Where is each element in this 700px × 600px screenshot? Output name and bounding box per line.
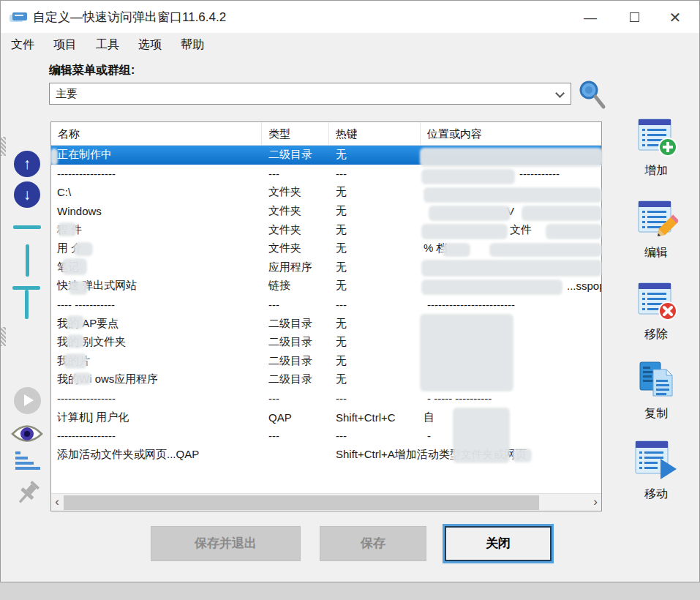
- search-icon[interactable]: [577, 79, 606, 110]
- cell-hotkey: 无: [329, 317, 421, 331]
- cell-name: C:\: [51, 186, 262, 198]
- cell-name: 我的 AP要点: [51, 317, 262, 331]
- cell-type: 文件夹: [262, 241, 329, 255]
- chevron-down-icon: [555, 89, 565, 98]
- column-header-hotkey[interactable]: 热键: [329, 122, 421, 145]
- cell-hotkey: ---: [329, 168, 421, 180]
- table-row[interactable]: 我的Wi ows应用程序二级目录无: [51, 370, 601, 389]
- menu-options[interactable]: 选项: [138, 37, 162, 53]
- cell-name: 计算机] 用户化: [51, 410, 262, 424]
- table-row[interactable]: 笔记应用程序无: [51, 258, 601, 277]
- copy-button[interactable]: 复制: [620, 361, 693, 421]
- minimize-button[interactable]: —: [573, 7, 607, 29]
- save-button[interactable]: 保存: [320, 526, 426, 561]
- move-down-button[interactable]: ↓: [14, 181, 40, 208]
- remove-button-label: 移除: [620, 327, 693, 342]
- edit-button-label: 编辑: [620, 245, 693, 260]
- cell-content: - ----- ----------: [421, 392, 601, 405]
- cell-type: 文件夹: [262, 185, 329, 199]
- scrollbar-thumb[interactable]: [64, 495, 539, 510]
- cell-hotkey: ---: [329, 430, 421, 442]
- move-icon: [633, 440, 680, 482]
- maximize-button[interactable]: [617, 7, 651, 29]
- cell-type: ---: [262, 392, 329, 405]
- table-row[interactable]: C:\文件夹无: [51, 183, 601, 202]
- cell-content: -----------: [421, 168, 601, 180]
- move-up-button[interactable]: ↑: [14, 151, 40, 177]
- cell-name: ----------------: [51, 392, 262, 405]
- close-button[interactable]: 关闭: [445, 526, 552, 561]
- cell-name: 我的片: [51, 354, 262, 368]
- cell-type: ---: [262, 430, 329, 442]
- cell-name: 快速 弹出式网站: [51, 279, 262, 293]
- table-row[interactable]: 快速 弹出式网站链接无...sspop: [51, 277, 601, 296]
- cell-type: 链接: [262, 279, 329, 293]
- group-dropdown[interactable]: 主要: [49, 83, 571, 105]
- menu-help[interactable]: 帮助: [181, 37, 204, 53]
- table-row[interactable]: 添加活动文件夹或网页...QAPShift+Ctrl+A增加活动类型文件夹或网页: [51, 446, 601, 465]
- scroll-left-arrow[interactable]: ‹: [51, 494, 63, 511]
- app-icon: [10, 10, 29, 23]
- cell-name: 笔记: [51, 260, 262, 274]
- menu-tools[interactable]: 工具: [96, 37, 119, 53]
- group-dropdown-value: 主要: [56, 87, 78, 100]
- table-row[interactable]: 程 件文件夹无文件: [51, 220, 601, 239]
- table-row[interactable]: 计算机] 用户化QAPShift+Ctrl+C自: [51, 408, 601, 427]
- move-button[interactable]: 移动: [620, 440, 693, 502]
- table-row[interactable]: 用 介文件夹无% 档: [51, 239, 601, 258]
- cell-name: Windows: [51, 205, 262, 217]
- cell-type: ---: [262, 299, 329, 311]
- column-header-name[interactable]: 名称: [51, 122, 262, 145]
- window-title: 自定义—快速访问弹出窗口11.6.4.2: [33, 9, 226, 26]
- sort-bars-icon[interactable]: [14, 450, 42, 475]
- table-row[interactable]: Windows文件夹无V: [51, 202, 601, 221]
- table-row[interactable]: 我的 AP要点二级目录无: [51, 314, 601, 333]
- cell-hotkey: 无: [329, 185, 421, 199]
- cell-type: 二级目录: [262, 317, 329, 331]
- app-window: 自定义—快速访问弹出窗口11.6.4.2 — ✕ 文件 项目 工具 选项 帮助 …: [0, 0, 700, 582]
- cell-name: 添加活动文件夹或网页...QAP: [51, 448, 262, 462]
- table-row[interactable]: 正在制作中二级目录无: [51, 146, 601, 165]
- cell-name: ---- -----------: [51, 299, 262, 311]
- add-separator-line-icon[interactable]: [13, 225, 41, 229]
- remove-button[interactable]: 移除: [620, 282, 693, 342]
- table-row[interactable]: 我的片二级目录无: [51, 352, 601, 371]
- cell-name: 程 件: [51, 223, 262, 237]
- cell-type: QAP: [262, 411, 329, 424]
- play-button[interactable]: [14, 387, 41, 414]
- edit-menu-group-label: 编辑菜单或群组:: [49, 63, 135, 78]
- column-header-content[interactable]: 位置或内容: [421, 122, 601, 145]
- cell-hotkey: ---: [329, 392, 421, 405]
- menu-file[interactable]: 文件: [11, 37, 34, 53]
- cell-type: 文件夹: [262, 223, 329, 237]
- title-bar: 自定义—快速访问弹出窗口11.6.4.2 — ✕: [1, 1, 699, 33]
- close-window-button[interactable]: ✕: [658, 7, 692, 29]
- cell-type: 二级目录: [262, 354, 329, 368]
- add-menu-break-icon[interactable]: [12, 285, 42, 321]
- cell-content: 自: [421, 410, 601, 424]
- cell-hotkey: Shift+Ctrl+C: [329, 411, 421, 424]
- edit-button[interactable]: 编辑: [620, 200, 693, 260]
- cell-content: 文件: [421, 223, 601, 237]
- table-row[interactable]: ---------------------------------: [51, 165, 601, 184]
- eye-icon[interactable]: [11, 423, 43, 445]
- table-row[interactable]: -----------------------: [51, 427, 601, 446]
- cell-name: 我的 别文件夹: [51, 335, 262, 349]
- cell-content: ------------------------: [421, 299, 601, 311]
- table-row[interactable]: 我的 别文件夹二级目录无: [51, 333, 601, 352]
- scroll-right-arrow[interactable]: ›: [590, 494, 601, 511]
- table-row[interactable]: ----------------------- ----- ----------: [51, 389, 601, 408]
- add-icon: [634, 118, 678, 159]
- copy-button-label: 复制: [620, 406, 693, 421]
- save-exit-button[interactable]: 保存并退出: [151, 526, 301, 561]
- items-listview: 名称 类型 热键 位置或内容 正在制作中二级目录无---------------…: [50, 121, 602, 511]
- pin-icon[interactable]: [11, 478, 43, 511]
- cell-type: 二级目录: [262, 335, 329, 349]
- cell-hotkey: ---: [329, 299, 421, 311]
- menu-item[interactable]: 项目: [53, 37, 77, 53]
- table-row[interactable]: ---- -----------------------------------…: [51, 296, 601, 315]
- add-column-break-icon[interactable]: [26, 244, 29, 277]
- add-button[interactable]: 增加: [620, 118, 693, 179]
- column-header-type[interactable]: 类型: [262, 122, 329, 145]
- horizontal-scrollbar[interactable]: ‹ ›: [51, 493, 601, 511]
